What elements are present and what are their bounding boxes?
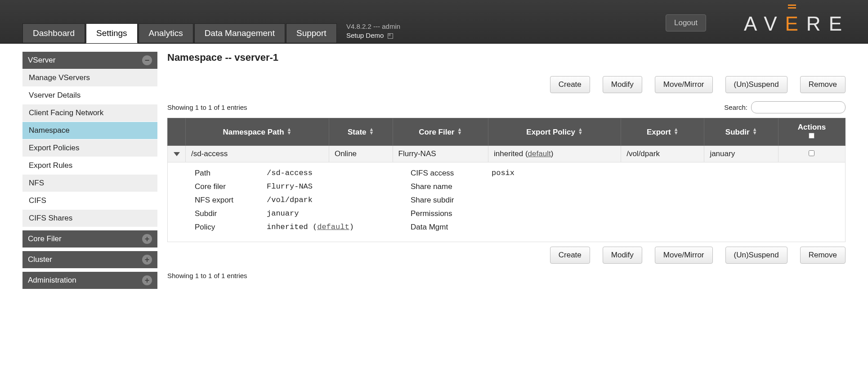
sidebar-group-administration[interactable]: Administration (22, 272, 157, 289)
detail-label-cifs-access: CIFS access (411, 169, 492, 178)
sidebar-group-label: VServer (28, 56, 55, 65)
document-icon (388, 33, 393, 39)
sort-icon (369, 127, 374, 135)
sort-icon (674, 127, 679, 135)
sort-icon (457, 127, 462, 135)
suspend-button[interactable]: (Un)Suspend (725, 76, 787, 93)
detail-value-nfs-export: /vol/dpark (267, 196, 411, 205)
settings-sidebar: VServer Manage VServers Vserver Details … (22, 52, 157, 289)
policy-suffix: ) (551, 149, 554, 158)
suspend-button[interactable]: (Un)Suspend (725, 247, 787, 264)
move-mirror-button[interactable]: Move/Mirror (655, 76, 713, 93)
table-row-details: Path /sd-access CIFS access posix Core f… (168, 162, 846, 242)
detail-value-policy: inherited (default) (267, 223, 411, 232)
detail-label-share-name: Share name (411, 182, 492, 191)
version-line: V4.8.2.2 --- admin (346, 22, 400, 31)
detail-label-nfs-export: NFS export (195, 196, 267, 205)
tab-settings[interactable]: Settings (86, 23, 138, 43)
detail-label-subdir: Subdir (195, 209, 267, 218)
tab-data-management[interactable]: Data Management (194, 23, 285, 43)
move-mirror-button[interactable]: Move/Mirror (655, 247, 713, 264)
search-label: Search: (724, 104, 747, 111)
policy-prefix: inherited ( (267, 223, 317, 231)
modify-button[interactable]: Modify (603, 247, 642, 264)
search-box: Search: (724, 101, 846, 113)
sidebar-item-client-facing-network[interactable]: Client Facing Network (22, 104, 157, 122)
tab-analytics[interactable]: Analytics (139, 23, 193, 43)
tab-dashboard[interactable]: Dashboard (22, 23, 85, 43)
col-label: Actions (798, 123, 826, 131)
detail-value-permissions (492, 209, 582, 218)
detail-value-share-subdir (492, 196, 582, 205)
logo-letter: A (744, 13, 764, 35)
sidebar-item-cifs[interactable]: CIFS (22, 192, 157, 209)
detail-label-data-mgmt: Data Mgmt (411, 223, 492, 232)
primary-nav: Dashboard Settings Analytics Data Manage… (22, 23, 338, 43)
logo-letter: E (829, 13, 850, 35)
col-label: Export Policy (526, 128, 575, 136)
col-export-policy[interactable]: Export Policy (488, 118, 621, 146)
col-label: Core Filer (419, 128, 454, 136)
col-core-filer[interactable]: Core Filer (393, 118, 488, 146)
sidebar-item-export-rules[interactable]: Export Rules (22, 157, 157, 174)
sidebar-item-cifs-shares[interactable]: CIFS Shares (22, 209, 157, 227)
detail-label-policy: Policy (195, 223, 267, 232)
col-export[interactable]: Export (621, 118, 704, 146)
detail-value-subdir: january (267, 209, 411, 218)
policy-link[interactable]: default (528, 149, 551, 158)
app-header: Logout AVERE Dashboard Settings Analytic… (0, 0, 868, 44)
detail-label-permissions: Permissions (411, 209, 492, 218)
action-buttons-bottom: Create Modify Move/Mirror (Un)Suspend Re… (167, 247, 846, 264)
remove-button[interactable]: Remove (800, 247, 846, 264)
select-all-checkbox[interactable] (809, 133, 814, 139)
detail-label-core-filer: Core filer (195, 182, 267, 191)
create-button[interactable]: Create (550, 247, 590, 264)
cell-export-policy: inherited (default) (488, 146, 621, 162)
sort-icon (578, 127, 583, 135)
policy-suffix: ) (349, 223, 354, 231)
col-expand (168, 118, 186, 146)
detail-value-core-filer: Flurry-NAS (267, 182, 411, 191)
search-input[interactable] (751, 101, 846, 113)
version-info: V4.8.2.2 --- admin Setup Demo (346, 22, 400, 40)
col-namespace-path[interactable]: Namespace Path (186, 118, 329, 146)
detail-value-cifs-access: posix (492, 169, 582, 178)
create-button[interactable]: Create (550, 76, 590, 93)
detail-value-path: /sd-access (267, 169, 411, 178)
detail-label-share-subdir: Share subdir (411, 196, 492, 205)
sidebar-group-core-filer[interactable]: Core Filer (22, 230, 157, 248)
setup-demo-link[interactable]: Setup Demo (346, 31, 400, 40)
cell-state: Online (329, 146, 393, 162)
sidebar-item-nfs[interactable]: NFS (22, 174, 157, 192)
col-subdir[interactable]: Subdir (704, 118, 779, 146)
tab-support[interactable]: Support (286, 23, 337, 43)
sidebar-group-vserver[interactable]: VServer (22, 52, 157, 69)
remove-button[interactable]: Remove (800, 76, 846, 93)
policy-link[interactable]: default (317, 223, 349, 231)
logout-button[interactable]: Logout (666, 14, 706, 32)
modify-button[interactable]: Modify (603, 76, 642, 93)
sidebar-group-label: Cluster (28, 255, 52, 264)
col-label: State (348, 128, 367, 136)
col-label: Subdir (725, 128, 750, 136)
namespace-table: Namespace Path State Core Filer Export P… (167, 118, 846, 242)
col-label: Export (647, 128, 671, 136)
sidebar-group-cluster[interactable]: Cluster (22, 251, 157, 268)
row-expand-toggle[interactable] (174, 152, 180, 156)
sidebar-item-namespace[interactable]: Namespace (22, 122, 157, 139)
cell-path: /sd-access (186, 146, 329, 162)
col-state[interactable]: State (329, 118, 393, 146)
sidebar-group-label: Core Filer (28, 234, 62, 243)
cell-core-filer: Flurry-NAS (393, 146, 488, 162)
sidebar-item-manage-vservers[interactable]: Manage VServers (22, 69, 157, 86)
sidebar-item-export-policies[interactable]: Export Policies (22, 139, 157, 157)
brand-logo: AVERE (744, 13, 850, 35)
expand-icon (142, 255, 152, 265)
sidebar-item-vserver-details[interactable]: Vserver Details (22, 86, 157, 104)
collapse-icon (142, 55, 152, 65)
showing-entries-top: Showing 1 to 1 of 1 entries (167, 104, 247, 111)
row-select-checkbox[interactable] (809, 150, 814, 156)
page-title: Namespace -- vserver-1 (167, 52, 846, 63)
table-row: /sd-access Online Flurry-NAS inherited (… (168, 146, 846, 162)
table-header-row: Namespace Path State Core Filer Export P… (168, 118, 846, 146)
